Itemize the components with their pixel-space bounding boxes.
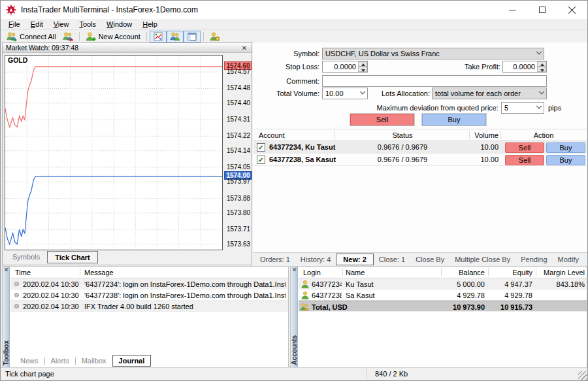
row-buy-button[interactable]: Buy [546, 142, 585, 153]
order-row[interactable]: ✓ 64377234, Ku Tasut 0.9676 / 0.9679 10.… [253, 141, 587, 154]
chart-y-axis: 1574.60 1574.00 1574.571574.481574.40157… [223, 55, 253, 254]
window-controls [497, 1, 587, 19]
tab-multiple-close-by[interactable]: Multiple Close By [449, 254, 515, 265]
take-profit-down-button[interactable] [537, 67, 546, 72]
tab-journal[interactable]: Journal [112, 355, 152, 367]
account-user-icon [301, 280, 310, 289]
minimize-button[interactable] [497, 1, 527, 19]
account-checkbox[interactable]: ✓ [257, 143, 265, 152]
y-tick-label: 1573.97 [227, 178, 250, 185]
tab-tick-chart[interactable]: Tick Chart [47, 251, 98, 263]
trade-tabs: Orders: 1 History: 4 New: 2 Close: 1 Clo… [253, 252, 587, 265]
menu-view[interactable]: View [48, 20, 74, 29]
menu-edit[interactable]: Edit [25, 20, 48, 29]
account-equity: 4 929.78 [489, 291, 532, 299]
new-account-button[interactable]: New Account [82, 31, 144, 42]
tab-pending[interactable]: Pending [515, 254, 552, 265]
toggle-market-watch-button[interactable] [150, 31, 167, 42]
close-button[interactable] [557, 1, 587, 19]
accounts-panel: ✕ Accounts Login Name Balance Equity Mar… [290, 266, 587, 369]
toolbox-close-button[interactable]: ✕ [3, 267, 10, 274]
account-margin-level: 843.18% [536, 280, 585, 288]
y-tick-label: 1573.71 [227, 225, 250, 233]
status-traffic: 840 / 2 Kb [375, 370, 408, 378]
options-button[interactable] [206, 31, 223, 42]
order-row[interactable]: ✓ 64377238, Sa Kasut 0.9676 / 0.9679 10.… [253, 154, 587, 166]
col-time: Time [15, 269, 31, 276]
buy-button[interactable]: Buy [422, 114, 486, 125]
stop-loss-down-button[interactable] [358, 67, 367, 72]
tab-modify[interactable]: Modify [553, 254, 584, 265]
chart-symbol-label: GOLD [8, 56, 27, 64]
menu-tools[interactable]: Tools [74, 20, 101, 29]
stop-loss-input[interactable]: 0.0000 [322, 61, 368, 73]
journal-content: Time Message 2020.02.04 10:30:4... '6437… [10, 267, 288, 368]
tab-symbols[interactable]: Symbols [5, 251, 47, 263]
trade-panel: Symbol: USDCHF, US Dollar vs Swiss Franc… [253, 42, 587, 265]
tab-orders[interactable]: Orders: 1 [255, 254, 295, 265]
connect-all-button[interactable]: Connect All [3, 31, 59, 42]
accounts-total-equity: 10 915.73 [489, 303, 532, 311]
y-tick-label: 1574.48 [227, 84, 250, 91]
tab-new[interactable]: New: 2 [336, 254, 373, 265]
account-row[interactable]: 64377234 Ku Tasut 5 000.00 4 947.37 843.… [299, 278, 587, 290]
market-watch-close-button[interactable]: ✕ [240, 44, 248, 52]
col-account: Account [259, 131, 285, 139]
journal-row[interactable]: 2020.02.04 10:30:4... '64377238': login … [10, 290, 288, 301]
tick-chart-svg [5, 56, 222, 250]
lots-allocation-select[interactable]: total volume for each order [432, 88, 547, 99]
market-watch-icon [153, 31, 163, 42]
journal-message: '64377238': login on InstaForex-1Demo.co… [84, 291, 286, 299]
journal-message: IFX Trader 4.00 build 1260 started [84, 303, 286, 310]
menu-help[interactable]: Help [137, 20, 163, 29]
journal-bullet-icon [14, 304, 19, 308]
y-tick-label: 1574.57 [227, 68, 250, 75]
tab-alerts[interactable]: Alerts [45, 356, 75, 366]
comment-input[interactable] [322, 75, 547, 87]
journal-row[interactable]: 2020.02.04 10:30:3... IFX Trader 4.00 bu… [10, 301, 288, 312]
tab-delete[interactable]: Delete [584, 254, 588, 265]
minimize-icon [509, 10, 516, 10]
tab-news[interactable]: News [14, 356, 44, 366]
market-watch-panel: Market Watch: 09:37:48 ✕ GOLD 1574.60 15… [2, 42, 252, 265]
journal-message: '64377234': login on InstaForex-1Demo.co… [84, 280, 286, 288]
y-tick-label: 1574.40 [227, 99, 250, 107]
lots-allocation-value: total volume for each order [435, 90, 537, 97]
tab-close-by[interactable]: Close By [410, 254, 449, 265]
toggle-accounts-button[interactable] [167, 31, 184, 42]
accounts-close-button[interactable]: ✕ [291, 267, 298, 274]
account-name: Ku Tasut [346, 280, 437, 288]
tab-history[interactable]: History: 4 [295, 254, 336, 265]
account-row[interactable]: 64377238 Sa Kasut 4 929.78 4 929.78 [299, 290, 587, 301]
y-tick-label: 1573.80 [227, 209, 250, 216]
journal-row[interactable]: 2020.02.04 10:30:4... '64377234': login … [10, 278, 288, 290]
row-sell-button[interactable]: Sell [505, 155, 544, 165]
total-volume-label: Total Volume: [253, 90, 319, 97]
take-profit-input[interactable]: 0.0000 [502, 61, 547, 73]
account-checkbox[interactable]: ✓ [257, 156, 265, 164]
disconnect-all-button[interactable] [59, 31, 76, 42]
col-margin-level: Margin Level [536, 269, 585, 276]
symbol-label: Symbol: [253, 50, 319, 58]
menu-file[interactable]: File [3, 20, 25, 29]
col-login: Login [303, 269, 321, 276]
deviation-select[interactable]: 5 [501, 102, 544, 114]
sell-button[interactable]: Sell [350, 114, 414, 125]
menu-window[interactable]: Window [101, 20, 137, 29]
accounts-strip: ✕ Accounts [291, 267, 298, 368]
new-account-label: New Account [99, 33, 140, 41]
status-bar: Tick chart page 840 / 2 Kb [1, 367, 587, 380]
symbol-select[interactable]: USDCHF, US Dollar vs Swiss Franc [322, 48, 544, 59]
account-equity: 4 947.37 [489, 280, 532, 288]
take-profit-up-button[interactable] [537, 61, 546, 67]
row-sell-button[interactable]: Sell [505, 142, 544, 153]
toggle-toolbox-button[interactable] [184, 31, 201, 42]
stop-loss-up-button[interactable] [358, 61, 367, 67]
row-buy-button[interactable]: Buy [546, 155, 585, 165]
tab-mailbox[interactable]: Mailbox [76, 356, 112, 366]
accounts-total-row: Total, USD 10 973.90 10 915.73 [299, 301, 587, 312]
resize-grip[interactable] [578, 371, 587, 380]
tab-close[interactable]: Close: 1 [374, 254, 410, 265]
maximize-button[interactable] [527, 1, 557, 19]
toolbox-strip: ✕ Toolbox [3, 267, 10, 368]
